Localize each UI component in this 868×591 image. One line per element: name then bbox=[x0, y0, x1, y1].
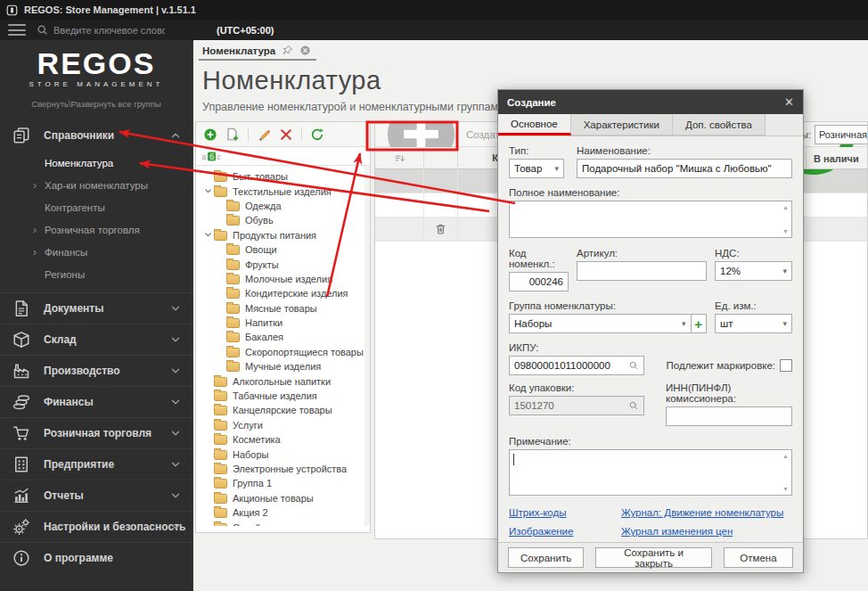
sidebar-section-spravochniki[interactable]: Справочники bbox=[0, 121, 192, 150]
expander-icon[interactable] bbox=[202, 230, 214, 240]
expander-icon[interactable] bbox=[215, 201, 226, 210]
expander-icon[interactable] bbox=[215, 332, 226, 342]
article-field[interactable] bbox=[577, 261, 707, 281]
tree-item[interactable]: Мясные товары bbox=[196, 301, 370, 316]
sidebar-section[interactable]: Розничная торговля bbox=[0, 417, 192, 448]
sidebar-subitem[interactable]: Контрагенты bbox=[0, 196, 192, 218]
expander-icon[interactable] bbox=[202, 172, 214, 182]
save-and-close-button[interactable]: Сохранить и закрыть bbox=[595, 547, 712, 568]
cancel-button[interactable]: Отмена bbox=[724, 547, 793, 568]
trash-icon[interactable] bbox=[435, 175, 446, 187]
tree-item[interactable]: Быт. товары bbox=[196, 169, 370, 184]
sidebar-section[interactable]: Отчеты bbox=[0, 480, 192, 511]
expander-icon[interactable] bbox=[215, 303, 226, 313]
expander-icon[interactable] bbox=[202, 435, 214, 445]
expander-icon[interactable] bbox=[202, 522, 214, 526]
expander-icon[interactable] bbox=[215, 362, 226, 372]
expander-icon[interactable] bbox=[202, 376, 214, 386]
tree-item[interactable]: Продукты питания bbox=[196, 228, 370, 242]
global-search[interactable] bbox=[37, 24, 179, 36]
dialog-link[interactable]: Изображение bbox=[509, 526, 621, 537]
tree-item[interactable]: Бакалея bbox=[196, 330, 370, 344]
sidebar-subitem[interactable]: Номенклатура bbox=[0, 152, 192, 174]
magnifier-icon[interactable] bbox=[628, 360, 639, 371]
expander-icon[interactable] bbox=[202, 464, 214, 474]
scroll-down-icon[interactable]: ▼ bbox=[782, 486, 789, 492]
type-select[interactable]: Товар ▾ bbox=[509, 159, 564, 178]
expander-icon[interactable] bbox=[202, 479, 214, 488]
add-group-button[interactable] bbox=[203, 127, 217, 142]
expander-icon[interactable] bbox=[202, 420, 214, 430]
expander-icon[interactable] bbox=[215, 245, 226, 255]
tree-item[interactable]: Напитки bbox=[196, 316, 370, 330]
stock-column-header[interactable]: В наличи bbox=[806, 147, 868, 169]
note-textarea[interactable]: ▲ ▼ bbox=[509, 449, 792, 496]
dialog-link[interactable]: Журнал: Движение номенклатуры bbox=[621, 507, 792, 518]
sidebar-section[interactable]: Настройки и безопасность bbox=[0, 511, 192, 542]
expander-icon[interactable] bbox=[215, 259, 226, 269]
expander-icon[interactable] bbox=[215, 216, 226, 226]
tree-item[interactable]: Фрукты bbox=[196, 257, 370, 271]
tree-item[interactable]: Услуги bbox=[196, 418, 370, 432]
sidebar-subitem[interactable]: Розничная торговля bbox=[0, 218, 192, 241]
dialog-tab[interactable]: Доп. свойства bbox=[673, 114, 766, 135]
expander-icon[interactable] bbox=[202, 186, 214, 196]
close-circle-icon[interactable] bbox=[299, 45, 311, 56]
vat-select[interactable]: 12% ▾ bbox=[715, 261, 792, 281]
trash-icon[interactable] bbox=[435, 223, 446, 235]
tab-nomenklatura[interactable]: Номенклатура bbox=[193, 40, 318, 61]
sidebar-section[interactable]: Предприятие bbox=[0, 448, 192, 480]
sidebar-subitem[interactable]: Регионы bbox=[0, 263, 192, 285]
tree-item[interactable]: Канцелярские товары bbox=[196, 403, 370, 417]
tree-item[interactable]: Акция 2 bbox=[196, 505, 370, 520]
inn-field[interactable] bbox=[666, 406, 792, 426]
dialog-link[interactable]: Журнал изменения цен bbox=[621, 526, 792, 537]
menu-icon[interactable] bbox=[8, 24, 26, 36]
close-icon[interactable]: ✕ bbox=[784, 96, 794, 108]
group-select[interactable]: Наборы ▾ bbox=[509, 314, 692, 333]
expander-icon[interactable] bbox=[215, 274, 226, 283]
expander-icon[interactable] bbox=[202, 391, 214, 401]
marking-checkbox[interactable] bbox=[780, 359, 792, 372]
magnifier-icon[interactable] bbox=[628, 400, 639, 411]
save-button[interactable]: Сохранить bbox=[508, 547, 584, 568]
tree-item[interactable]: Овощи bbox=[196, 242, 370, 257]
refresh-tree-button[interactable] bbox=[310, 127, 324, 142]
expander-icon[interactable] bbox=[202, 508, 214, 518]
delete-group-button[interactable] bbox=[279, 127, 293, 142]
actions-column-header[interactable] bbox=[424, 147, 458, 168]
tree-item[interactable]: Молочные изделия bbox=[196, 272, 370, 286]
dialog-header[interactable]: Создание ✕ bbox=[498, 90, 803, 114]
name-input[interactable] bbox=[582, 163, 787, 174]
tree-item[interactable]: Акционые товары bbox=[196, 491, 370, 505]
tree-item[interactable]: Обувь bbox=[196, 213, 370, 227]
collapse-expand-link[interactable]: Свернуть\Развернуть все группы bbox=[0, 99, 192, 109]
code-field[interactable]: 000246 bbox=[509, 272, 569, 291]
scroll-up-icon[interactable]: ▲ bbox=[782, 204, 789, 210]
tree-item[interactable]: Кондитерские изделия bbox=[196, 286, 370, 300]
tree-item[interactable]: Мучные изделия bbox=[196, 359, 370, 373]
trash-icon[interactable] bbox=[435, 199, 446, 211]
sidebar-section[interactable]: О программе bbox=[0, 542, 192, 573]
expander-icon[interactable] bbox=[202, 449, 214, 459]
scroll-down-icon[interactable]: ▼ bbox=[782, 228, 789, 234]
tree-item[interactable]: Текстильные изделия bbox=[196, 184, 370, 198]
full-name-textarea[interactable]: ▲ ▼ bbox=[509, 201, 792, 238]
add-group-plus-button[interactable]: + bbox=[692, 314, 708, 333]
sidebar-section[interactable]: Финансы bbox=[0, 386, 192, 417]
expander-icon[interactable] bbox=[202, 406, 214, 415]
tree-item[interactable]: Скоропортящиеся товары bbox=[196, 345, 370, 359]
scroll-up-icon[interactable]: ▲ bbox=[782, 453, 789, 459]
price-type-select[interactable]: Розничная ц bbox=[815, 125, 868, 144]
tree-item[interactable]: Наборы bbox=[196, 447, 370, 461]
row-action-cell[interactable] bbox=[424, 193, 458, 217]
sidebar-section[interactable]: Документы bbox=[0, 292, 192, 324]
expander-icon[interactable] bbox=[215, 318, 226, 328]
sidebar-subitem[interactable]: Финансы bbox=[0, 241, 192, 263]
pack-code-field[interactable]: 1501270 bbox=[509, 396, 644, 415]
tree-item[interactable]: Электронные устройства bbox=[196, 462, 370, 476]
sidebar-subitem[interactable]: Хар-ки номенклатуры bbox=[0, 174, 192, 196]
search-input[interactable] bbox=[53, 25, 165, 36]
tree-item[interactable]: Табачные изделия bbox=[196, 389, 370, 403]
dialog-tab[interactable]: Характеристики bbox=[571, 114, 673, 135]
